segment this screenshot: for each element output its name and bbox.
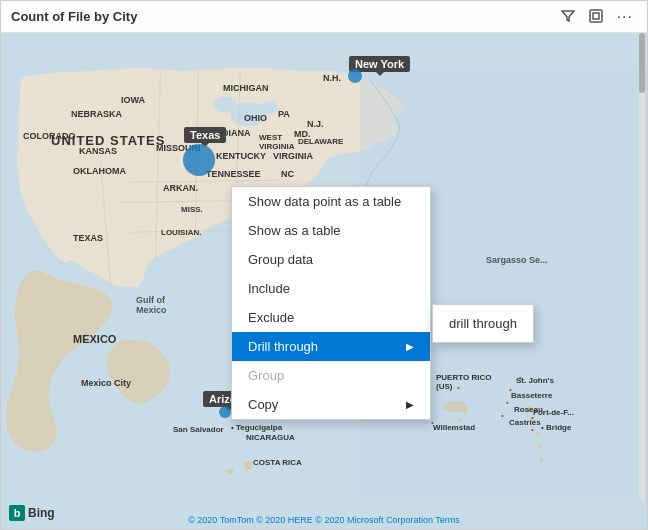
- svg-point-20: [535, 432, 539, 436]
- expand-button[interactable]: [585, 7, 607, 27]
- terms-link[interactable]: Terms: [435, 515, 460, 525]
- include-item[interactable]: Include: [232, 274, 430, 303]
- context-menu: Show data point as a table Show as a tab…: [231, 186, 431, 420]
- svg-point-26: [227, 468, 233, 474]
- svg-rect-0: [590, 10, 602, 22]
- bing-icon: b: [9, 505, 25, 521]
- show-data-table-item[interactable]: Show data point as a table: [232, 187, 430, 216]
- map-title: Count of File by City: [11, 9, 557, 24]
- map-copyright: © 2020 TomTom © 2020 HERE © 2020 Microso…: [188, 515, 460, 525]
- more-options-button[interactable]: ···: [613, 7, 637, 27]
- copy-arrow: ▶: [406, 399, 414, 410]
- exclude-item[interactable]: Exclude: [232, 303, 430, 332]
- svg-point-22: [539, 457, 543, 461]
- bing-logo: b Bing: [9, 505, 55, 521]
- drill-through-item[interactable]: Drill through ▶: [232, 332, 430, 361]
- svg-point-24: [458, 418, 462, 422]
- svg-point-4: [258, 102, 278, 114]
- scrollbar-thumb[interactable]: [639, 33, 645, 93]
- group-data-item[interactable]: Group data: [232, 245, 430, 274]
- drill-through-submenu: drill through: [432, 304, 534, 343]
- drill-through-option[interactable]: drill through: [433, 309, 533, 338]
- copy-item[interactable]: Copy ▶: [232, 390, 430, 419]
- svg-point-25: [244, 461, 252, 469]
- vertical-scrollbar[interactable]: [639, 33, 645, 501]
- bing-text: Bing: [28, 506, 55, 520]
- group-item: Group: [232, 361, 430, 390]
- svg-point-23: [462, 407, 468, 413]
- svg-point-18: [526, 407, 532, 413]
- svg-point-21: [537, 444, 541, 448]
- map-container: Count of File by City ···: [0, 0, 648, 530]
- svg-point-19: [532, 420, 536, 424]
- show-as-table-item[interactable]: Show as a table: [232, 216, 430, 245]
- title-bar: Count of File by City ···: [1, 1, 647, 33]
- toolbar: ···: [557, 7, 637, 27]
- svg-point-3: [213, 97, 237, 113]
- filter-button[interactable]: [557, 7, 579, 27]
- drill-through-arrow: ▶: [406, 341, 414, 352]
